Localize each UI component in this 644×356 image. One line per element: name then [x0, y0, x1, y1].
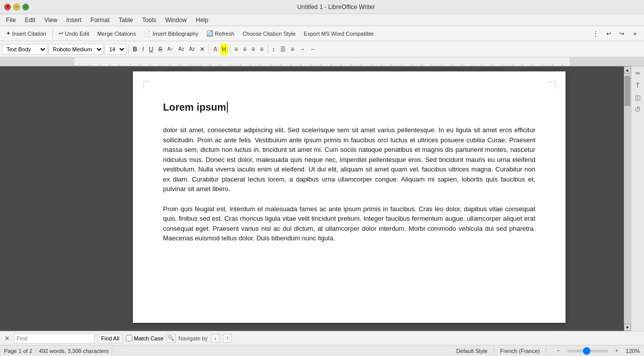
insert-citation-button[interactable]: ✦ Insert Citation — [3, 29, 49, 38]
justify-button[interactable]: ≡ — [258, 44, 266, 55]
underline-button[interactable]: U — [147, 44, 155, 55]
shadow-button[interactable]: A↑ — [166, 44, 176, 55]
italic-button[interactable]: I — [140, 44, 146, 55]
menu-edit[interactable]: Edit — [21, 16, 39, 25]
scroll-thumb[interactable] — [624, 76, 630, 106]
match-case-label[interactable]: Match Case — [126, 335, 164, 341]
menu-insert[interactable]: Insert — [62, 16, 86, 25]
paragraph-2[interactable]: Proin quis feugiat est. Interdum et male… — [163, 204, 535, 243]
scroll-down-button[interactable]: ▼ — [624, 324, 631, 331]
svg-rect-1 — [74, 57, 570, 66]
left-gutter — [0, 66, 74, 331]
menu-table[interactable]: Table — [115, 16, 137, 25]
status-sep-2 — [112, 347, 112, 354]
vertical-scrollbar[interactable]: ▲ ▼ — [624, 66, 631, 331]
language: French (France) — [500, 348, 540, 354]
find-all-button[interactable]: Find All — [98, 333, 123, 343]
editor-area: Lorem ipsum dolor sit amet, consectetur … — [0, 66, 644, 331]
export-ms-word-button[interactable]: Export MS Word Compatible — [301, 30, 377, 38]
bibliography-icon: 📄 — [144, 30, 151, 37]
align-right-button[interactable]: ≡ — [250, 44, 257, 55]
window-title: Untitled 1 - LibreOffice Writer — [32, 4, 640, 11]
menu-tools[interactable]: Tools — [138, 16, 160, 25]
citation-toolbar: ✦ Insert Citation ↩ Undo Edit Merge Cita… — [0, 26, 644, 41]
status-sep-3 — [494, 347, 494, 354]
scroll-track[interactable] — [624, 73, 631, 324]
document-page[interactable]: Lorem ipsum dolor sit amet, consectetur … — [133, 71, 566, 323]
list-button[interactable]: ☰ — [278, 44, 288, 55]
menu-file[interactable]: File — [2, 16, 20, 25]
toolbar-sep-2 — [128, 44, 129, 54]
navigate-down-button[interactable]: ↓ — [211, 334, 220, 343]
clear-format-button[interactable]: ✕ — [198, 44, 207, 55]
font-select[interactable]: Roboto Medium — [48, 44, 104, 55]
document-title[interactable]: Lorem ipsum — [163, 102, 535, 113]
match-case-checkbox[interactable] — [126, 335, 132, 341]
font-color-button[interactable]: A — [211, 44, 219, 55]
highlight-button[interactable]: H — [220, 44, 228, 55]
undo-edit-button[interactable]: ↩ Undo Edit — [56, 29, 92, 38]
toolbar-sep-3 — [209, 44, 209, 54]
sidebar-properties-icon[interactable]: ✏ — [633, 68, 643, 78]
decrease-indent-button[interactable]: ← — [308, 44, 318, 55]
formatting-toolbar: Text Body Roboto Medium 14 B I U S A↑ A2… — [0, 41, 644, 57]
status-sep-1 — [35, 347, 36, 354]
find-input[interactable] — [14, 333, 95, 343]
zoom-level: 120% — [626, 348, 640, 354]
undo-button[interactable]: ↩ — [603, 28, 615, 40]
subscript-button[interactable]: A2 — [187, 44, 197, 55]
refresh-icon: 🔄 — [206, 30, 213, 37]
increase-indent-button[interactable]: → — [297, 44, 307, 55]
find-options-button[interactable]: 🔍 — [167, 334, 176, 343]
merge-citations-button[interactable]: Merge Citations — [94, 30, 139, 38]
line-spacing-button[interactable]: ↕ — [270, 44, 277, 55]
menu-view[interactable]: View — [40, 16, 61, 25]
ruler-scale — [74, 57, 570, 66]
zoom-out-button[interactable]: − — [552, 345, 565, 357]
toolbar-sep-5 — [268, 44, 268, 54]
maximize-button[interactable]: □ — [22, 4, 29, 11]
paragraph-1[interactable]: dolor sit amet, consectetur adipiscing e… — [163, 125, 535, 194]
scroll-up-button[interactable]: ▲ — [624, 66, 631, 73]
document-body[interactable]: dolor sit amet, consectetur adipiscing e… — [163, 125, 535, 243]
sidebar-text-icon[interactable]: T — [633, 80, 643, 91]
window-controls[interactable]: ✕ ─ □ — [4, 4, 29, 11]
titlebar: ✕ ─ □ Untitled 1 - LibreOffice Writer — [0, 0, 644, 14]
superscript-button[interactable]: A2 — [176, 44, 186, 55]
status-sep-4 — [546, 347, 546, 354]
toolbar-more-button[interactable]: ⋮ — [590, 28, 602, 40]
page-info: Page 1 of 2 — [4, 348, 32, 354]
find-close-button[interactable]: ✕ — [3, 334, 11, 342]
insert-citation-icon: ✦ — [6, 30, 11, 37]
navigate-up-button[interactable]: ↑ — [223, 334, 232, 343]
font-size-select[interactable]: 14 — [105, 44, 126, 55]
menu-window[interactable]: Window — [162, 16, 191, 25]
menu-help[interactable]: Help — [192, 16, 212, 25]
close-button[interactable]: ✕ — [4, 4, 11, 11]
menu-format[interactable]: Format — [87, 16, 114, 25]
status-right: Default Style French (France) − + 120% — [456, 345, 640, 357]
document-scroll-area[interactable]: Lorem ipsum dolor sit amet, consectetur … — [74, 66, 624, 331]
insert-bibliography-button[interactable]: 📄 Insert Bibliography — [141, 29, 201, 38]
zoom-in-button[interactable]: + — [611, 345, 623, 357]
find-bar: ✕ Find All Match Case 🔍 Navigate by ↓ ↑ — [0, 331, 644, 345]
right-sidebar: ✏ T ◫ ⏱ — [631, 66, 644, 331]
choose-citation-style-button[interactable]: Choose Citation Style — [239, 30, 299, 38]
redo-button[interactable]: ↪ — [616, 28, 628, 40]
zoom-slider[interactable] — [568, 349, 608, 352]
paragraph-style-select[interactable]: Text Body — [2, 44, 47, 55]
bold-button[interactable]: B — [131, 44, 139, 55]
page-style: Default Style — [456, 348, 488, 354]
undo-edit-icon: ↩ — [59, 30, 63, 37]
strikethrough-button[interactable]: S — [156, 44, 165, 55]
numbered-list-button[interactable]: ≡ — [289, 44, 296, 55]
sidebar-objects-icon[interactable]: ◫ — [633, 93, 643, 103]
refresh-button[interactable]: 🔄 Refresh — [203, 29, 237, 38]
toolbar-extend-button[interactable]: » — [629, 28, 641, 40]
sidebar-history-icon[interactable]: ⏱ — [633, 105, 643, 115]
align-center-button[interactable]: ≡ — [241, 44, 249, 55]
align-left-button[interactable]: ≡ — [232, 44, 240, 55]
statusbar: Page 1 of 2 492 words, 3,308 characters … — [0, 345, 644, 356]
menubar: File Edit View Insert Format Table Tools… — [0, 14, 644, 26]
minimize-button[interactable]: ─ — [13, 4, 20, 11]
